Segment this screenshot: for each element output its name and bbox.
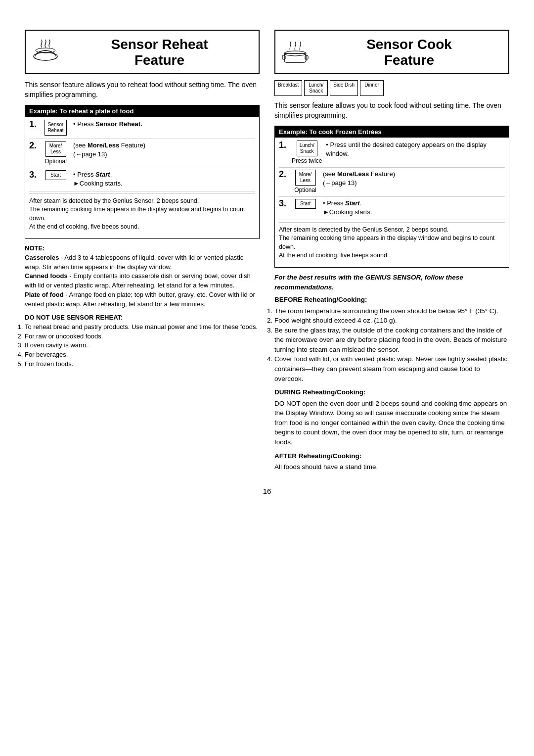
best-results-title: For the best results with the GENIUS SEN… (274, 273, 509, 292)
optional-label-left: Optional (44, 158, 67, 165)
more-less-button-left: More/Less (45, 141, 66, 157)
cook-step2-button-area: More/Less Optional (292, 170, 319, 193)
reheat-intro: This sensor feature allows you to reheat… (25, 80, 260, 99)
more-less-button-right: More/Less (295, 170, 316, 186)
svg-point-0 (34, 52, 57, 60)
cook-step1-text: • Press until the desired category appea… (326, 141, 505, 158)
reheat-example-header: Example: To reheat a plate of food (25, 105, 259, 117)
cook-step-2: 2. More/Less Optional (see More/Less Fea… (279, 170, 505, 193)
cook-step3-button-area: Start (292, 199, 319, 209)
reheat-step3-number: 3. (29, 170, 38, 180)
reheat-title: Sensor Reheat Feature (65, 37, 254, 68)
reheat-step-2: 2. More/Less Optional (see More/Less Fea… (29, 141, 255, 165)
before-list: The room temperature surrounding the ove… (274, 306, 509, 384)
do-not-item-4: For beverages. (25, 350, 260, 360)
note-canned: Canned foods - Empty contents into casse… (25, 272, 251, 289)
do-not-label: DO NOT USE SENSOR REHEAT: (25, 314, 123, 321)
before-item-1: The room temperature surrounding the ove… (274, 306, 509, 316)
do-not-list: To reheat bread and pastry products. Use… (25, 323, 260, 369)
cook-step1-button-area: Lunch/Snack Press twice (292, 141, 322, 164)
cook-example-box: Example: To cook Frozen Entrées 1. Lunch… (274, 126, 509, 268)
during-text: DO NOT open the oven door until 2 beeps … (274, 399, 509, 447)
do-not-item-3: If oven cavity is warm. (25, 341, 260, 350)
start-button-right: Start (295, 199, 316, 209)
reheat-notes: NOTE: Casseroles - Add 3 to 4 tablespoon… (25, 244, 260, 309)
after-label: AFTER Reheating/Cooking: (274, 451, 509, 461)
before-label: BEFORE Reheating/Cooking: (274, 295, 509, 305)
reheat-step2-number: 2. (29, 141, 38, 151)
note-casseroles: Casseroles - Add 3 to 4 tablespoons of l… (25, 254, 243, 271)
svg-rect-3 (282, 55, 285, 59)
optional-label-right: Optional (294, 187, 316, 193)
reheat-step-3: 3. Start • Press Start.►Cooking starts. (29, 170, 255, 188)
do-not-item-1: To reheat bread and pastry products. Use… (25, 323, 260, 332)
cook-step2-text: (see More/Less Feature)(←page 13) (323, 170, 505, 188)
do-not-item-2: For raw or uncooked foods. (25, 332, 260, 341)
reheat-steps: 1. SensorReheat • Press Sensor Reheat. 2… (25, 117, 259, 238)
left-column: Sensor Reheat Feature This sensor featur… (25, 30, 260, 373)
reheat-step1-text: • Press Sensor Reheat. (73, 120, 255, 129)
svg-rect-4 (305, 55, 308, 59)
cook-step1-number: 1. (279, 141, 288, 150)
reheat-step1-number: 1. (29, 120, 38, 130)
do-not-section: DO NOT USE SENSOR REHEAT: To reheat brea… (25, 313, 260, 369)
cat-lunch-snack: Lunch/Snack (304, 80, 328, 96)
cook-step3-text: • Press Start.►Cooking starts. (323, 199, 505, 217)
reheat-header: Sensor Reheat Feature (25, 30, 260, 74)
cook-after-steam: After steam is detected by the Genius Se… (279, 222, 505, 260)
cook-step-3: 3. Start • Press Start.►Cooking starts. (279, 199, 505, 217)
cook-header: Sensor Cook Feature (274, 30, 509, 74)
cook-intro: This sensor feature allows you to cook f… (274, 101, 509, 120)
do-not-item-5: For frozen foods. (25, 360, 260, 369)
cook-icon (280, 38, 310, 67)
reheat-step-1: 1. SensorReheat • Press Sensor Reheat. (29, 120, 255, 136)
cook-title: Sensor Cook Feature (315, 37, 503, 68)
after-text: All foods should have a stand time. (274, 462, 509, 472)
before-item-3: Be sure the glass tray, the outside of t… (274, 326, 509, 355)
cook-step2-number: 2. (279, 170, 288, 180)
cook-step-1: 1. Lunch/Snack Press twice • Press until… (279, 141, 505, 164)
reheat-step2-button-area: More/Less Optional (42, 141, 69, 165)
right-column: Sensor Cook Feature Breakfast Lunch/Snac… (274, 30, 509, 472)
lunch-snack-button: Lunch/Snack (297, 141, 317, 156)
page-number: 16 (25, 487, 509, 495)
reheat-step3-text: • Press Start.►Cooking starts. (73, 170, 255, 188)
reheat-step3-button-area: Start (42, 170, 69, 180)
reheat-step1-button-area: SensorReheat (42, 120, 69, 136)
cat-dinner: Dinner (360, 80, 384, 96)
cook-steps: 1. Lunch/Snack Press twice • Press until… (275, 138, 509, 267)
note-plate: Plate of food - Arrange food on plate; t… (25, 291, 255, 308)
before-item-2: Food weight should exceed 4 oz. (110 g). (274, 316, 509, 326)
reheat-step2-text: (see More/Less Feature)(←page 13) (73, 141, 255, 159)
sensor-reheat-button: SensorReheat (44, 120, 66, 136)
before-item-4: Cover food with lid, or with vented plas… (274, 354, 509, 383)
press-twice-label: Press twice (292, 157, 322, 164)
cook-example-header: Example: To cook Frozen Entrées (275, 126, 509, 138)
cat-side-dish: Side Dish (330, 80, 358, 96)
reheat-icon (31, 38, 60, 67)
note-label: NOTE: (25, 244, 44, 252)
during-label: DURING Reheating/Cooking: (274, 387, 509, 397)
cat-breakfast: Breakfast (274, 80, 302, 96)
category-buttons: Breakfast Lunch/Snack Side Dish Dinner (274, 80, 509, 96)
cook-step3-number: 3. (279, 199, 288, 209)
reheat-after-steam: After steam is detected by the Genius Se… (29, 193, 255, 232)
start-button-left: Start (45, 170, 66, 180)
reheat-example-box: Example: To reheat a plate of food 1. Se… (25, 105, 260, 239)
svg-rect-2 (284, 53, 306, 62)
best-results-section: For the best results with the GENIUS SEN… (274, 273, 509, 472)
